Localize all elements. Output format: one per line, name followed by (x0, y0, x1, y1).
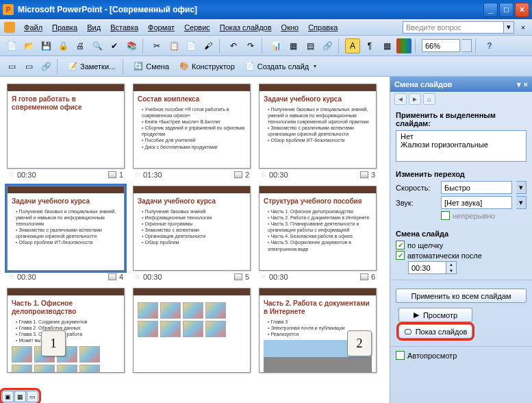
speed-combo[interactable]: Быстро (441, 181, 512, 194)
slide-thumbnail[interactable]: Задачи учебного курсаПолучение базовых и… (259, 84, 377, 169)
slideshow-button[interactable]: 🖵Показ слайдов (398, 324, 472, 339)
nav-fwd-icon[interactable]: ► (409, 93, 421, 105)
menu-insert[interactable]: Вставка (105, 22, 143, 33)
doc-close-button[interactable]: × (518, 23, 528, 32)
slide-sorter-pane[interactable]: Я готов работать в современном офисе☆00:… (0, 77, 390, 403)
sound-combo[interactable]: [Нет звука] (441, 196, 512, 209)
cut-button[interactable]: ✂ (149, 38, 164, 53)
grid-button[interactable]: ▦ (379, 38, 394, 53)
slide-meta: ☆00:305 (133, 271, 251, 281)
speed-dropdown-icon[interactable]: ▾ (516, 181, 527, 194)
minimize-button[interactable]: _ (483, 3, 498, 17)
slide-thumbnail[interactable]: Задачи учебного курсаПолучение базовых и… (7, 186, 125, 271)
new-button[interactable]: 📄 (4, 38, 19, 53)
menu-file[interactable]: Файл (19, 22, 47, 33)
autopreview-checkbox[interactable] (396, 351, 405, 360)
slide-cell[interactable]: Часть 1. Офисное делопроизводствоГлава 1… (7, 288, 125, 373)
spell-button[interactable]: ✔ (107, 38, 122, 53)
tables-borders-button[interactable]: ▤ (303, 38, 318, 53)
maximize-button[interactable]: □ (499, 3, 514, 17)
sorter-view-button[interactable]: ▦ (14, 391, 26, 402)
ol-btn2[interactable]: ▭ (21, 59, 36, 74)
apply-all-button[interactable]: Применить ко всем слайдам (396, 289, 527, 303)
menu-format[interactable]: Формат (143, 22, 179, 33)
nav-home-icon[interactable]: ⌂ (423, 93, 435, 105)
design-button[interactable]: 🎨Конструктор (175, 59, 239, 74)
preview-button[interactable]: ▶Просмотр (398, 308, 472, 322)
nav-back-icon[interactable]: ◄ (394, 93, 407, 105)
star-icon: ☆ (260, 272, 267, 281)
slide-cell[interactable]: Задачи учебного курсаПолучение базовых з… (133, 186, 251, 281)
slide-thumbnail[interactable]: Задачи учебного курсаПолучение базовых з… (133, 186, 251, 271)
transition-button[interactable]: 🔄Смена (129, 59, 173, 74)
slide-thumbnail[interactable]: Структура учебного пособияЧасть 1. Офисн… (259, 186, 377, 271)
window-title: Microsoft PowerPoint - [Современный офис… (18, 5, 483, 14)
hyperlink-button[interactable]: 🔗 (320, 38, 335, 53)
ask-dropdown[interactable]: ▾ (504, 21, 514, 34)
auto-time-input[interactable]: 00:30 (408, 261, 446, 274)
slide-thumbnail[interactable] (133, 288, 251, 373)
print-button[interactable]: 🖨 (73, 38, 88, 53)
slide-bullet: Офисные программы (142, 221, 246, 227)
slide-cell[interactable]: Состав комплексаУчебное пособие «Я готов… (133, 84, 251, 179)
taskpane-close-icon[interactable]: × (524, 80, 528, 88)
onclick-checkbox[interactable]: ✓ (396, 241, 405, 249)
paste-button[interactable]: 📄 (183, 38, 199, 53)
slide-cell[interactable]: Структура учебного пособияЧасть 1. Офисн… (259, 186, 377, 281)
slide-cell[interactable]: Я готов работать в современном офисе☆00:… (7, 84, 125, 179)
slide-title: Часть 1. Офисное делопроизводство (12, 300, 120, 316)
slide-time: 00:30 (269, 273, 288, 281)
time-spinner[interactable]: ▲▼ (446, 261, 457, 274)
loop-checkbox[interactable] (441, 211, 450, 220)
slide-meta: ☆00:303 (259, 169, 377, 179)
slide-thumbnail[interactable]: Я готов работать в современном офисе (7, 84, 125, 169)
ask-question-input[interactable]: Введите вопрос (403, 21, 504, 34)
sound-dropdown-icon[interactable]: ▾ (516, 196, 527, 209)
effect-option[interactable]: Нет (401, 132, 522, 141)
ol-btn1[interactable]: ▭ (4, 59, 19, 74)
advance-header: Смена слайда (396, 230, 527, 238)
redo-button[interactable]: ↷ (243, 38, 258, 53)
close-button[interactable]: × (515, 3, 529, 17)
effect-option[interactable]: Жалюзи горизонтальные (401, 141, 522, 149)
menu-help[interactable]: Справка (303, 22, 342, 33)
slide-bullet: Часть 2. Работа с документами в Интернет… (268, 215, 372, 221)
permission-button[interactable]: 🔒 (55, 38, 71, 53)
research-button[interactable]: 📚 (124, 38, 139, 53)
copy-button[interactable]: 📋 (166, 38, 181, 53)
expand-button[interactable]: A (345, 38, 360, 53)
zoom-input[interactable]: 66% (422, 39, 460, 52)
slide-number: 6 (371, 273, 375, 281)
slide-cell[interactable] (133, 288, 251, 373)
save-button[interactable]: 💾 (38, 38, 53, 53)
menu-view[interactable]: Вид (82, 22, 105, 33)
open-button[interactable]: 📂 (21, 38, 36, 53)
menu-edit[interactable]: Правка (47, 22, 82, 33)
slide-thumbnail[interactable]: Часть 1. Офисное делопроизводствоГлава 1… (7, 288, 125, 373)
table-button[interactable]: ▦ (286, 38, 301, 53)
show-format-button[interactable]: ¶ (362, 38, 377, 53)
ol-btn3[interactable]: 🔗 (38, 59, 53, 74)
undo-button[interactable]: ↶ (226, 38, 241, 53)
menu-tools[interactable]: Сервис (179, 22, 215, 33)
slide-cell[interactable]: Задачи учебного курсаПолучение базовых и… (259, 84, 377, 179)
zoom-dropdown[interactable] (462, 39, 472, 52)
menu-window[interactable]: Окно (277, 22, 304, 33)
sound-label: Звук: (396, 199, 437, 207)
normal-view-button[interactable]: ▣ (2, 391, 14, 402)
chart-button[interactable]: 📊 (268, 38, 283, 53)
preview-button[interactable]: 🔍 (90, 38, 105, 53)
transition-effect-list[interactable]: Нет Жалюзи горизонтальные (396, 130, 527, 162)
taskpane-menu-icon[interactable]: ▾ (517, 80, 521, 89)
menu-slideshow[interactable]: Показ слайдов (215, 22, 277, 33)
color-button[interactable] (396, 38, 411, 53)
slide-thumbnail[interactable]: Состав комплексаУчебное пособие «Я готов… (133, 84, 251, 169)
new-slide-button[interactable]: 📄Создать слайд▾ (241, 59, 322, 74)
notes-button[interactable]: 📝Заметки... (64, 59, 119, 74)
slide-title: Структура учебного пособия (264, 197, 372, 206)
slideshow-view-button[interactable]: ▭ (27, 391, 38, 402)
help-button[interactable]: ? (482, 38, 497, 53)
auto-checkbox[interactable]: ✓ (396, 251, 405, 260)
slide-cell[interactable]: Задачи учебного курсаПолучение базовых и… (7, 186, 125, 281)
format-painter-button[interactable]: 🖌 (201, 38, 216, 53)
